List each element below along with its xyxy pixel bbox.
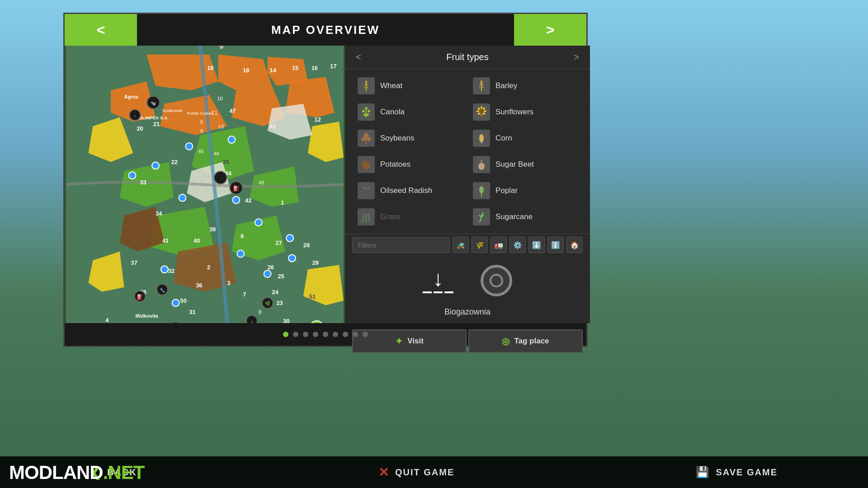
- fruit-item-barley[interactable]: Barley: [467, 73, 583, 99]
- fruit-item-potatoes[interactable]: Potatoes: [352, 151, 467, 178]
- location-name-label: Biogazownia: [444, 307, 491, 317]
- svg-point-84: [129, 172, 136, 179]
- fruit-item-sugarcane[interactable]: Sugarcane: [467, 204, 583, 230]
- wheat-label: Wheat: [380, 81, 402, 90]
- main-modal: < MAP OVERVIEW >: [63, 13, 588, 347]
- svg-text:28: 28: [303, 242, 310, 249]
- pagination-dot-4[interactable]: [313, 332, 318, 337]
- svg-text:22: 22: [171, 159, 178, 165]
- filter-info-button[interactable]: ℹ️: [547, 237, 564, 253]
- svg-text:20: 20: [137, 125, 143, 132]
- svg-text:47: 47: [229, 108, 236, 114]
- soybeans-label: Soybeans: [380, 134, 415, 143]
- svg-point-91: [264, 270, 271, 277]
- fruit-item-canola[interactable]: Canola: [352, 99, 467, 125]
- right-panel: < Fruit types > Wheat Barley: [345, 46, 590, 323]
- fruit-item-sugar-beet[interactable]: Sugar Beet: [467, 151, 583, 178]
- quit-x-icon: ✕: [378, 465, 390, 480]
- filter-download-button[interactable]: ⬇️: [528, 237, 545, 253]
- dl-line-1: [423, 291, 432, 293]
- fruit-item-wheat[interactable]: Wheat: [352, 73, 467, 99]
- sunflowers-label: Sunflowers: [495, 108, 533, 117]
- svg-text:4: 4: [105, 317, 109, 323]
- filter-house-button[interactable]: 🏠: [566, 237, 583, 253]
- fruit-nav-left-button[interactable]: <: [356, 52, 361, 62]
- svg-point-90: [288, 254, 296, 262]
- filters-input[interactable]: [352, 237, 450, 253]
- fruit-nav-right-button[interactable]: >: [574, 52, 579, 62]
- svg-text:19: 19: [207, 65, 213, 71]
- svg-point-87: [255, 219, 262, 226]
- filter-combine-button[interactable]: 🌾: [472, 237, 488, 253]
- poplar-icon: [473, 182, 490, 199]
- sugarcane-icon: [473, 208, 490, 225]
- save-game-label: SAVE GAME: [716, 467, 778, 478]
- fruit-item-oilseed-radish[interactable]: Oilseed Radish: [352, 178, 467, 204]
- map-svg[interactable]: Agros Szatkowski ROLIMPEX S.A. Polski Cu…: [65, 46, 345, 323]
- grass-icon: [358, 208, 375, 225]
- map-overview-title: MAP OVERVIEW: [137, 23, 514, 37]
- brand-name: MODLAND: [9, 462, 103, 483]
- fruit-item-sunflowers[interactable]: Sunflowers: [467, 99, 583, 125]
- nav-right-button[interactable]: >: [514, 14, 586, 46]
- svg-text:↓: ↓: [251, 319, 253, 323]
- fruit-item-corn[interactable]: Corn: [467, 125, 583, 151]
- filter-tractor-button[interactable]: 🚜: [453, 237, 469, 253]
- corn-icon: [473, 130, 490, 147]
- pagination-dot-3[interactable]: [303, 332, 308, 337]
- svg-point-94: [214, 171, 227, 184]
- pagination-dot-9[interactable]: [363, 332, 368, 337]
- fruit-types-header: < Fruit types >: [345, 46, 590, 69]
- svg-text:51: 51: [309, 293, 316, 300]
- svg-text:23: 23: [276, 300, 283, 306]
- sunflower-icon: [473, 103, 490, 121]
- svg-point-92: [161, 266, 168, 273]
- svg-text:29: 29: [312, 259, 319, 266]
- down-arrow-icon: ↓: [433, 268, 443, 290]
- tag-place-button[interactable]: ◎ Tag place: [468, 329, 583, 353]
- fruit-item-poplar[interactable]: Poplar: [467, 178, 583, 204]
- svg-text:17: 17: [330, 63, 336, 70]
- pagination-dot-5[interactable]: [323, 332, 328, 337]
- svg-text:14: 14: [270, 67, 277, 74]
- pagination-dot-1[interactable]: [283, 332, 288, 337]
- sugarbeet-icon: [473, 156, 490, 173]
- svg-text:31: 31: [189, 309, 195, 315]
- svg-point-89: [237, 250, 244, 258]
- nav-left-button[interactable]: <: [65, 14, 137, 46]
- fruit-item-soybeans[interactable]: Soybeans: [352, 125, 467, 151]
- potatoes-label: Potatoes: [380, 160, 410, 169]
- save-game-button[interactable]: 💾 SAVE GAME: [696, 466, 778, 479]
- svg-text:48: 48: [270, 123, 276, 130]
- svg-point-122: [480, 109, 483, 113]
- quit-game-button[interactable]: ✕ QUIT GAME: [378, 465, 454, 480]
- pagination-dot-7[interactable]: [343, 332, 348, 337]
- filter-harvester-button[interactable]: 🚛: [491, 237, 507, 253]
- svg-point-118: [368, 110, 370, 113]
- fruit-item-grass[interactable]: Grass: [352, 204, 467, 230]
- svg-point-145: [479, 186, 484, 193]
- visit-label: Visit: [407, 337, 424, 346]
- corn-label: Corn: [495, 134, 512, 143]
- svg-text:50: 50: [180, 297, 187, 304]
- svg-point-83: [152, 162, 159, 169]
- map-area: Agros Szatkowski ROLIMPEX S.A. Polski Cu…: [65, 46, 345, 323]
- pagination-dot-2[interactable]: [293, 332, 298, 337]
- svg-text:35: 35: [223, 159, 229, 165]
- svg-point-129: [477, 112, 481, 115]
- svg-text:🐄: 🐄: [217, 46, 225, 50]
- pagination-dot-8[interactable]: [353, 332, 358, 337]
- soy-icon: [358, 130, 375, 147]
- svg-text:⛽: ⛽: [137, 293, 143, 300]
- visit-button[interactable]: ✦ Visit: [352, 329, 467, 353]
- oilseed-icon: [358, 182, 375, 199]
- svg-text:11: 11: [212, 110, 218, 117]
- svg-point-143: [363, 160, 366, 165]
- svg-text:Polski Cukier: Polski Cukier: [187, 111, 213, 116]
- svg-text:34: 34: [156, 210, 162, 217]
- filter-gear-button[interactable]: ⚙️: [509, 237, 526, 253]
- pagination-dot-6[interactable]: [333, 332, 338, 337]
- svg-text:Midkovita: Midkovita: [136, 313, 159, 319]
- svg-text:18: 18: [243, 67, 249, 74]
- svg-point-117: [362, 110, 365, 113]
